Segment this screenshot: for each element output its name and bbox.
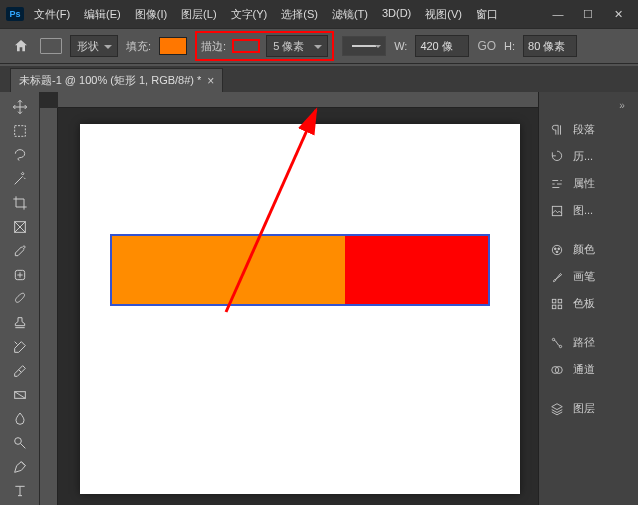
brush-tool[interactable] <box>6 288 34 310</box>
history-brush-tool[interactable] <box>6 336 34 358</box>
blur-tool[interactable] <box>6 408 34 430</box>
heal-tool[interactable] <box>6 264 34 286</box>
svg-rect-0 <box>14 126 25 137</box>
menu-edit[interactable]: 编辑(E) <box>84 7 121 22</box>
stamp-tool[interactable] <box>6 312 34 334</box>
maximize-button[interactable]: ☐ <box>574 5 602 23</box>
svg-point-7 <box>552 245 561 254</box>
svg-rect-11 <box>552 299 556 303</box>
wand-tool[interactable] <box>6 168 34 190</box>
height-input[interactable] <box>523 35 577 57</box>
svg-point-10 <box>556 250 558 252</box>
tab-title: 未标题-1 @ 100% (矩形 1, RGB/8#) * <box>19 73 201 88</box>
home-button[interactable] <box>10 35 32 57</box>
frame-tool[interactable] <box>6 216 34 238</box>
tab-close-icon[interactable]: × <box>207 74 214 88</box>
dodge-tool[interactable] <box>6 432 34 454</box>
link-wh-icon[interactable]: GO <box>477 39 496 53</box>
marquee-tool[interactable] <box>6 120 34 142</box>
panel-history[interactable]: 历... <box>539 143 638 170</box>
shape-fill-red <box>345 236 488 304</box>
panels-dock: » 段落 历... 属性 图... 颜色 画笔 色板 路径 通道 图层 <box>538 92 638 505</box>
move-tool[interactable] <box>6 96 34 118</box>
stroke-label: 描边: <box>201 39 226 54</box>
stroke-highlight-box: 描边: 5 像素 <box>195 31 334 61</box>
gradient-tool[interactable] <box>6 384 34 406</box>
svg-rect-14 <box>558 305 562 309</box>
tool-mode-select[interactable]: 形状 <box>70 35 118 57</box>
tools-panel <box>0 92 40 505</box>
menu-type[interactable]: 文字(Y) <box>231 7 268 22</box>
eyedropper-tool[interactable] <box>6 240 34 262</box>
rectangle-shape[interactable] <box>110 234 490 306</box>
svg-point-4 <box>14 438 21 445</box>
height-label: H: <box>504 40 515 52</box>
svg-rect-13 <box>552 305 556 309</box>
svg-point-8 <box>554 247 556 249</box>
menu-select[interactable]: 选择(S) <box>281 7 318 22</box>
panel-libraries[interactable]: 图... <box>539 197 638 224</box>
minimize-button[interactable]: ― <box>544 5 572 23</box>
type-tool[interactable] <box>6 480 34 502</box>
panel-layers[interactable]: 图层 <box>539 395 638 422</box>
ruler-horizontal <box>58 92 538 108</box>
app-icon: Ps <box>6 7 24 21</box>
width-label: W: <box>394 40 407 52</box>
panel-color[interactable]: 颜色 <box>539 236 638 263</box>
tool-preset-icon[interactable] <box>40 38 62 54</box>
menu-filter[interactable]: 滤镜(T) <box>332 7 368 22</box>
canvas-area[interactable] <box>40 92 538 505</box>
panel-channels[interactable]: 通道 <box>539 356 638 383</box>
panel-brushes[interactable]: 画笔 <box>539 263 638 290</box>
lasso-tool[interactable] <box>6 144 34 166</box>
fill-swatch[interactable] <box>159 37 187 55</box>
stroke-width-input[interactable]: 5 像素 <box>266 35 328 57</box>
eraser-tool[interactable] <box>6 360 34 382</box>
crop-tool[interactable] <box>6 192 34 214</box>
svg-rect-6 <box>552 206 561 215</box>
menu-layer[interactable]: 图层(L) <box>181 7 216 22</box>
menu-file[interactable]: 文件(F) <box>34 7 70 22</box>
document-tab[interactable]: 未标题-1 @ 100% (矩形 1, RGB/8#) * × <box>10 68 223 92</box>
menu-view[interactable]: 视图(V) <box>425 7 462 22</box>
svg-rect-12 <box>558 299 562 303</box>
panel-swatches[interactable]: 色板 <box>539 290 638 317</box>
fill-label: 填充: <box>126 39 151 54</box>
panel-properties[interactable]: 属性 <box>539 170 638 197</box>
ruler-vertical <box>40 108 58 505</box>
stroke-style-select[interactable] <box>342 36 386 56</box>
stroke-swatch[interactable] <box>232 39 260 53</box>
menu-window[interactable]: 窗口 <box>476 7 498 22</box>
close-button[interactable]: ✕ <box>604 5 632 23</box>
menu-3d[interactable]: 3D(D) <box>382 7 411 22</box>
panel-paragraph[interactable]: 段落 <box>539 116 638 143</box>
document-canvas[interactable] <box>80 124 520 494</box>
panel-paths[interactable]: 路径 <box>539 329 638 356</box>
svg-point-9 <box>558 247 560 249</box>
shape-fill-orange <box>112 236 345 304</box>
pen-tool[interactable] <box>6 456 34 478</box>
width-input[interactable] <box>415 35 469 57</box>
menu-image[interactable]: 图像(I) <box>135 7 167 22</box>
collapse-panels-icon[interactable]: » <box>612 98 632 112</box>
